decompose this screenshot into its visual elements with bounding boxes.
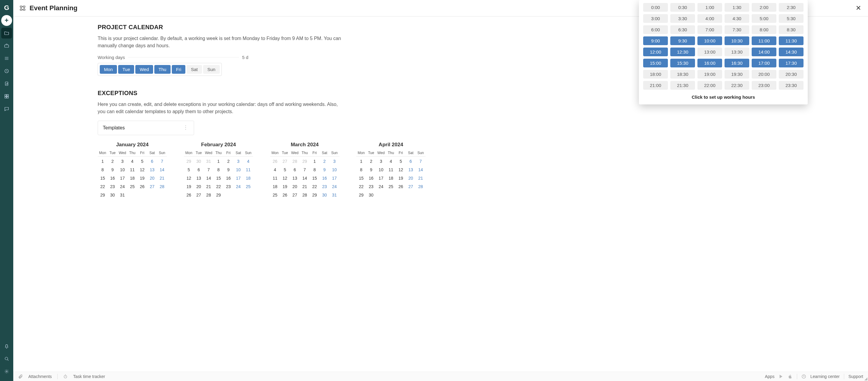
time-slot-8-00[interactable]: 8:00 <box>752 25 776 34</box>
day-cell[interactable]: 5 <box>184 167 194 173</box>
day-cell[interactable]: 5 <box>280 167 290 173</box>
day-cell[interactable]: 3 <box>376 158 386 164</box>
day-cell[interactable]: 13 <box>406 167 415 173</box>
day-cell[interactable]: 2 <box>107 158 118 164</box>
day-cell[interactable]: 13 <box>147 167 157 173</box>
day-cell[interactable]: 30 <box>107 192 118 198</box>
day-cell[interactable]: 25 <box>127 183 137 189</box>
day-cell[interactable]: 18 <box>127 175 137 181</box>
day-cell[interactable]: 14 <box>204 175 214 181</box>
day-cell[interactable]: 30 <box>319 192 330 198</box>
day-cell[interactable]: 24 <box>233 183 243 189</box>
day-cell[interactable]: 17 <box>330 175 339 181</box>
time-slot-3-30[interactable]: 3:30 <box>670 14 695 23</box>
time-slot-12-30[interactable]: 12:30 <box>670 47 695 56</box>
day-cell[interactable]: 19 <box>137 175 147 181</box>
day-cell[interactable]: 25 <box>243 183 253 189</box>
day-cell[interactable]: 16 <box>223 175 233 181</box>
day-cell[interactable]: 28 <box>204 192 214 198</box>
time-slot-1-00[interactable]: 1:00 <box>698 3 722 12</box>
day-cell[interactable]: 18 <box>243 175 253 181</box>
day-cell[interactable]: 21 <box>157 175 167 181</box>
day-cell[interactable]: 14 <box>300 175 310 181</box>
day-cell[interactable]: 9 <box>366 167 376 173</box>
kebab-icon[interactable]: ⋯ <box>183 125 189 131</box>
time-slot-13-30[interactable]: 13:30 <box>724 47 749 56</box>
day-cell[interactable]: 15 <box>98 175 107 181</box>
apple-icon[interactable] <box>788 374 793 379</box>
day-cell[interactable]: 29 <box>184 158 194 164</box>
play-store-icon[interactable] <box>779 374 784 379</box>
day-cell[interactable]: 11 <box>243 167 253 173</box>
day-cell[interactable]: 26 <box>270 158 280 164</box>
gear-icon[interactable] <box>1 366 12 377</box>
day-cell[interactable]: 30 <box>194 158 204 164</box>
add-button[interactable]: + <box>1 15 12 26</box>
day-cell[interactable]: 15 <box>214 175 224 181</box>
chat-icon[interactable] <box>1 104 12 114</box>
day-cell[interactable]: 15 <box>310 175 319 181</box>
footer-learning-center[interactable]: Learning center <box>810 374 840 379</box>
day-cell[interactable]: 12 <box>184 175 194 181</box>
day-cell[interactable]: 6 <box>406 158 415 164</box>
day-cell[interactable]: 29 <box>300 158 310 164</box>
time-slot-19-00[interactable]: 19:00 <box>698 70 722 78</box>
close-icon[interactable]: ✕ <box>855 4 862 12</box>
day-cell[interactable]: 8 <box>356 167 366 173</box>
day-cell[interactable]: 23 <box>366 183 376 189</box>
list-icon[interactable] <box>1 53 12 64</box>
day-cell[interactable]: 1 <box>98 158 107 164</box>
day-cell[interactable]: 22 <box>98 183 107 189</box>
day-cell[interactable]: 11 <box>127 167 137 173</box>
time-slot-4-00[interactable]: 4:00 <box>698 14 722 23</box>
day-cell[interactable]: 27 <box>194 192 204 198</box>
time-slot-13-00[interactable]: 13:00 <box>698 47 722 56</box>
day-cell[interactable]: 31 <box>330 192 339 198</box>
time-slot-2-30[interactable]: 2:30 <box>779 3 804 12</box>
day-cell[interactable]: 15 <box>356 175 366 181</box>
time-slot-0-00[interactable]: 0:00 <box>643 3 668 12</box>
day-cell[interactable]: 8 <box>214 167 224 173</box>
time-slot-0-30[interactable]: 0:30 <box>670 3 695 12</box>
time-slot-16-00[interactable]: 16:00 <box>698 59 722 67</box>
day-cell[interactable]: 8 <box>310 167 319 173</box>
day-cell[interactable]: 19 <box>280 183 290 189</box>
day-cell[interactable]: 3 <box>233 158 243 164</box>
footer-task-time-tracker[interactable]: Task time tracker <box>73 374 105 379</box>
day-cell[interactable]: 7 <box>157 158 167 164</box>
day-cell[interactable]: 22 <box>214 183 224 189</box>
day-cell[interactable]: 1 <box>356 158 366 164</box>
bell-icon[interactable] <box>1 341 12 351</box>
day-cell[interactable]: 1 <box>310 158 319 164</box>
logo-g-icon[interactable]: G <box>1 2 12 13</box>
day-cell[interactable]: 1 <box>214 158 224 164</box>
time-slot-6-00[interactable]: 6:00 <box>643 25 668 34</box>
day-cell[interactable]: 20 <box>290 183 300 189</box>
day-cell[interactable]: 2 <box>366 158 376 164</box>
time-slot-21-30[interactable]: 21:30 <box>670 81 695 90</box>
time-slot-4-30[interactable]: 4:30 <box>724 14 749 23</box>
day-cell[interactable]: 6 <box>290 167 300 173</box>
day-cell[interactable]: 7 <box>300 167 310 173</box>
day-cell[interactable]: 6 <box>194 167 204 173</box>
time-slot-1-30[interactable]: 1:30 <box>724 3 749 12</box>
time-slot-19-30[interactable]: 19:30 <box>724 70 749 78</box>
day-cell[interactable]: 7 <box>204 167 214 173</box>
time-slot-21-00[interactable]: 21:00 <box>643 81 668 90</box>
day-cell[interactable]: 16 <box>107 175 118 181</box>
day-cell[interactable]: 25 <box>386 183 396 189</box>
templates-button[interactable]: Templates ⋯ <box>98 121 194 135</box>
day-cell[interactable]: 22 <box>356 183 366 189</box>
day-cell[interactable]: 26 <box>184 192 194 198</box>
day-cell[interactable]: 18 <box>270 183 280 189</box>
time-slot-15-00[interactable]: 15:00 <box>643 59 668 67</box>
time-slot-11-30[interactable]: 11:30 <box>779 36 804 45</box>
day-cell[interactable]: 29 <box>214 192 224 198</box>
briefcase-icon[interactable] <box>1 40 12 51</box>
day-cell[interactable]: 24 <box>330 183 339 189</box>
day-cell[interactable]: 27 <box>280 158 290 164</box>
time-slot-11-00[interactable]: 11:00 <box>752 36 776 45</box>
time-slot-23-30[interactable]: 23:30 <box>779 81 804 90</box>
day-cell[interactable]: 20 <box>406 175 415 181</box>
day-cell[interactable]: 23 <box>223 183 233 189</box>
